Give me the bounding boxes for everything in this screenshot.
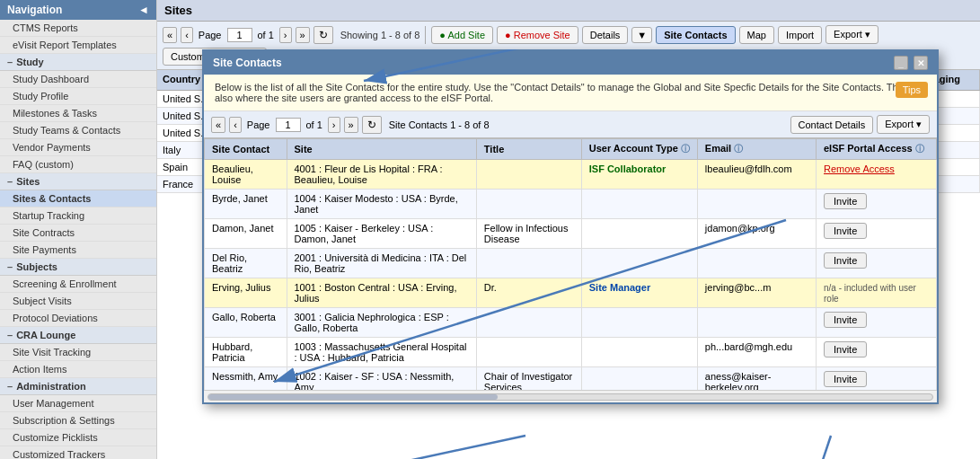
invite-button[interactable]: Invite	[824, 371, 867, 387]
modal-col-portal-access: eISF Portal Access ⓘ	[817, 139, 937, 160]
cell-email	[697, 249, 816, 278]
scrollbar-track[interactable]	[207, 393, 933, 401]
sidebar-item-site-payments[interactable]: Site Payments	[0, 242, 156, 259]
sidebar-item-study-dashboard[interactable]: Study Dashboard	[0, 71, 156, 88]
cell-account-type	[581, 308, 697, 338]
invite-button[interactable]: Invite	[824, 341, 867, 357]
sidebar-item-customized-trackers[interactable]: Customized Trackers	[0, 446, 156, 459]
modal-title: Site Contacts	[213, 57, 282, 69]
invite-button[interactable]: Invite	[824, 193, 867, 209]
modal-prev-btn[interactable]: ‹	[229, 117, 242, 133]
modal-description-text: Below is the list of all the Site Contac…	[215, 82, 915, 103]
cell-portal-access: n/a - included with user role	[817, 278, 937, 308]
cell-email: jerving@bc...m	[697, 278, 816, 308]
remove-site-button[interactable]: ● Remove Site	[497, 26, 578, 44]
cell-site: 1001 : Boston Central : USA : Erving, Ju…	[287, 278, 476, 308]
sidebar-item-faq[interactable]: FAQ (custom)	[0, 156, 156, 173]
sidebar-item-evisit[interactable]: eVisit Report Templates	[0, 37, 156, 54]
next-page-btn[interactable]: ›	[279, 27, 292, 43]
tips-button[interactable]: Tips	[896, 82, 928, 98]
page-title: Sites	[157, 0, 980, 22]
sidebar: Navigation ◄ CTMS Reports eVisit Report …	[0, 0, 157, 459]
modal-col-email: Email ⓘ	[697, 139, 816, 160]
sidebar-item-milestones[interactable]: Milestones & Tasks	[0, 105, 156, 122]
cell-account-type	[581, 249, 697, 278]
modal-first-btn[interactable]: «	[211, 117, 225, 133]
cell-title: Chair of Investigator Services	[476, 367, 581, 391]
last-page-btn[interactable]: »	[296, 27, 310, 43]
modal-scrollbar[interactable]	[204, 390, 937, 402]
sidebar-section-admin: – Administration	[0, 378, 156, 395]
cell-site: 1003 : Massachusetts General Hospital : …	[287, 338, 476, 367]
modal-overlay: Site Contacts _ ✕ Below is the list of a…	[184, 49, 980, 459]
invite-button[interactable]: Invite	[824, 312, 867, 328]
remove-access-link[interactable]: Remove Access	[824, 163, 895, 174]
sidebar-collapse-icon[interactable]: ◄	[138, 4, 149, 16]
page-input[interactable]	[227, 28, 252, 42]
sidebar-item-sites-contacts[interactable]: Sites & Contacts	[0, 190, 156, 207]
sidebar-item-protocol-deviations[interactable]: Protocol Deviations	[0, 310, 156, 327]
portal-info-icon[interactable]: ⓘ	[915, 144, 924, 154]
invite-button[interactable]: Invite	[824, 223, 867, 239]
cell-contact: Beaulieu, Louise	[205, 160, 287, 190]
cell-portal-access: Invite	[817, 219, 937, 249]
showing-text: Showing 1 - 8 of 8	[340, 30, 420, 40]
sidebar-header: Navigation ◄	[0, 0, 156, 20]
modal-contacts-table: Site Contact Site Title User Account Typ…	[204, 138, 937, 390]
modal-description: Below is the list of all the Site Contac…	[204, 75, 937, 111]
cell-site: 1005 : Kaiser - Berkeley : USA : Damon, …	[287, 219, 476, 249]
modal-last-btn[interactable]: »	[344, 117, 358, 133]
sidebar-item-site-visit-tracking[interactable]: Site Visit Tracking	[0, 344, 156, 361]
sidebar-item-customize-picklists[interactable]: Customize Picklists	[0, 429, 156, 446]
sidebar-item-ctms-reports[interactable]: CTMS Reports	[0, 20, 156, 37]
sidebar-item-vendor-payments[interactable]: Vendor Payments	[0, 139, 156, 156]
cell-account-type	[581, 219, 697, 249]
modal-close-btn[interactable]: ✕	[914, 56, 928, 70]
prev-page-btn[interactable]: ‹	[181, 27, 193, 43]
sidebar-item-user-management[interactable]: User Management	[0, 395, 156, 412]
refresh-btn[interactable]: ↻	[313, 26, 333, 44]
modal-next-btn[interactable]: ›	[328, 117, 340, 133]
export-button[interactable]: Export ▾	[825, 25, 878, 44]
modal-export-button[interactable]: Export ▾	[877, 115, 930, 134]
sidebar-item-site-contracts[interactable]: Site Contracts	[0, 225, 156, 242]
modal-export-chevron-icon: ▾	[916, 119, 922, 129]
table-row: Erving, Julius 1001 : Boston Central : U…	[205, 278, 937, 308]
modal-minimize-btn[interactable]: _	[894, 56, 908, 70]
remove-site-icon: ●	[505, 30, 514, 40]
sort-icon-btn[interactable]: ▼	[631, 27, 652, 43]
modal-showing-text: Site Contacts 1 - 8 of 8	[389, 119, 490, 130]
sidebar-section-cra: – CRA Lounge	[0, 327, 156, 344]
cell-title	[476, 308, 581, 338]
table-row: Byrde, Janet 1004 : Kaiser Modesto : USA…	[205, 190, 937, 219]
scrollbar-thumb[interactable]	[208, 394, 498, 400]
cell-contact: Hubbard, Patricia	[205, 338, 287, 367]
cell-contact: Erving, Julius	[205, 278, 287, 308]
sidebar-title: Navigation	[7, 4, 62, 16]
sidebar-item-subject-visits[interactable]: Subject Visits	[0, 293, 156, 310]
first-page-btn[interactable]: «	[163, 27, 177, 43]
modal-page-input[interactable]	[276, 118, 301, 132]
add-site-button[interactable]: ● Add Site	[431, 26, 493, 44]
site-contacts-button[interactable]: Site Contacts	[656, 26, 735, 44]
sidebar-item-subscription-settings[interactable]: Subscription & Settings	[0, 412, 156, 429]
sidebar-item-study-profile[interactable]: Study Profile	[0, 88, 156, 105]
invite-button[interactable]: Invite	[824, 252, 867, 269]
cell-contact: Nessmith, Amy	[205, 367, 287, 391]
modal-col-contact: Site Contact	[205, 139, 287, 160]
sidebar-item-study-teams[interactable]: Study Teams & Contacts	[0, 122, 156, 139]
details-button[interactable]: Details	[582, 26, 629, 44]
sidebar-item-screening[interactable]: Screening & Enrollment	[0, 276, 156, 293]
import-button[interactable]: Import	[778, 26, 822, 44]
of-pages-label: of 1	[258, 30, 274, 40]
contact-details-button[interactable]: Contact Details	[790, 116, 874, 134]
account-type-info-icon[interactable]: ⓘ	[681, 144, 690, 154]
modal-titlebar: Site Contacts _ ✕	[204, 51, 937, 75]
table-row: Del Rio, Beatriz 2001 : Università di Me…	[205, 249, 937, 278]
sidebar-item-action-items[interactable]: Action Items	[0, 361, 156, 378]
modal-refresh-btn[interactable]: ↻	[362, 116, 382, 134]
cell-portal-access: Invite	[817, 338, 937, 367]
email-info-icon[interactable]: ⓘ	[734, 144, 743, 154]
sidebar-item-startup-tracking[interactable]: Startup Tracking	[0, 207, 156, 225]
map-button[interactable]: Map	[739, 26, 774, 44]
